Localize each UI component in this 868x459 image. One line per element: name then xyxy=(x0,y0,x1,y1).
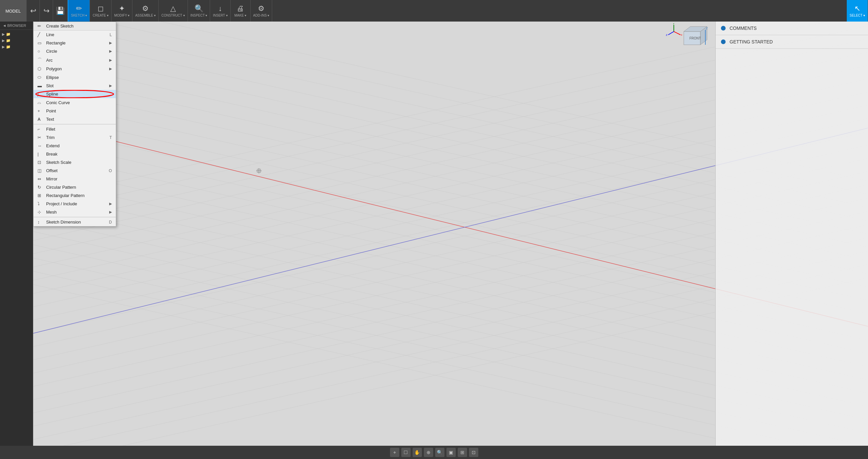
trim-icon: ✂ xyxy=(37,135,44,140)
menu-item-arc[interactable]: ⌒ Arc ▶ xyxy=(33,55,116,65)
menu-item-rectangular-pattern[interactable]: ⊞ Rectangular Pattern xyxy=(33,191,116,200)
line-icon: ╱ xyxy=(37,32,44,37)
sidebar-tree-item-3[interactable]: ▶ 📁 xyxy=(0,44,33,50)
menu-item-text[interactable]: A Text xyxy=(33,115,116,123)
toolbar-assemble[interactable]: ⚙ ASSEMBLE xyxy=(132,0,159,22)
circle-arrow: ▶ xyxy=(109,49,112,54)
menu-item-point[interactable]: + Point xyxy=(33,107,116,115)
create-icon: ◻ xyxy=(98,4,103,13)
menu-item-offset[interactable]: ◫ Offset O xyxy=(33,166,116,175)
bt-zoom-custom[interactable]: 🔍 xyxy=(435,448,444,457)
mode-button[interactable]: MODEL xyxy=(0,0,27,22)
menu-item-extend[interactable]: ↔ Extend xyxy=(33,142,116,150)
menu-item-line[interactable]: ╱ Line L xyxy=(33,31,116,39)
menu-item-ellipse[interactable]: ⬭ Ellipse xyxy=(33,73,116,81)
bt-frame[interactable]: ☐ xyxy=(401,448,411,457)
toolbar-construct[interactable]: △ CONSTRUCT xyxy=(159,0,188,22)
menu-item-spline[interactable]: ∫ Spline xyxy=(33,90,116,98)
comments-item[interactable]: COMMENTS xyxy=(716,22,868,35)
main-toolbar: MODEL ↩ ↪ 💾 ✏ SKETCH ◻ CREATE ✦ MODIFY ⚙… xyxy=(0,0,868,22)
menu-item-break[interactable]: | Break xyxy=(33,150,116,158)
modify-icon: ✦ xyxy=(119,4,125,13)
create-sketch-icon: ✏ xyxy=(37,24,44,29)
toolbar-save[interactable]: 💾 xyxy=(53,0,68,22)
offset-label: Offset xyxy=(46,168,57,173)
menu-item-slot[interactable]: ▬ Slot ▶ xyxy=(33,81,116,90)
menu-item-circle[interactable]: ○ Circle ▶ xyxy=(33,47,116,55)
toolbar-create[interactable]: ◻ CREATE xyxy=(90,0,112,22)
mesh-arrow: ▶ xyxy=(109,210,112,214)
toolbar-forward[interactable]: ↪ xyxy=(40,0,53,22)
project-include-arrow: ▶ xyxy=(109,202,112,206)
folder-icon-2: 📁 xyxy=(6,38,11,43)
svg-text:Y: Y xyxy=(673,23,675,25)
folder-icon: 📁 xyxy=(6,32,11,36)
menu-item-conic-curve[interactable]: ⌓ Conic Curve xyxy=(33,98,116,107)
arc-label: Arc xyxy=(46,58,53,63)
create-label: CREATE xyxy=(93,13,108,17)
separator-2 xyxy=(33,217,116,217)
break-icon: | xyxy=(37,152,44,157)
bt-view2[interactable]: ⊞ xyxy=(458,448,467,457)
menu-item-circular-pattern[interactable]: ↻ Circular Pattern xyxy=(33,183,116,191)
menu-item-create-sketch[interactable]: ✏ Create Sketch xyxy=(33,22,116,31)
bt-crosshair[interactable]: ⌖ xyxy=(390,448,399,457)
toolbar-add-ins[interactable]: ⚙ ADD-INS xyxy=(251,0,273,22)
toolbar-insert[interactable]: ↓ INSERT xyxy=(210,0,230,22)
svg-text:Z: Z xyxy=(706,27,708,30)
bt-view3[interactable]: ⊡ xyxy=(469,448,478,457)
getting-started-item[interactable]: GETTING STARTED xyxy=(716,35,868,49)
insert-label: INSERT xyxy=(213,13,227,17)
toolbar-make[interactable]: 🖨 MAKE xyxy=(231,0,251,22)
fillet-icon: ⌐ xyxy=(37,127,44,132)
sidebar-tree-item[interactable]: ▶ 📁 xyxy=(0,31,33,37)
getting-started-dot xyxy=(721,39,725,44)
bt-zoom-in[interactable]: ⊕ xyxy=(424,448,433,457)
toolbar-sketch[interactable]: ✏ SKETCH xyxy=(68,0,90,22)
sketch-label: SKETCH xyxy=(71,13,87,17)
svg-text:Z: Z xyxy=(666,33,668,36)
insert-icon: ↓ xyxy=(218,4,222,13)
construct-icon: △ xyxy=(170,4,176,13)
menu-item-polygon[interactable]: ⬡ Polygon ▶ xyxy=(33,65,116,73)
mirror-icon: ⇔ xyxy=(37,176,44,182)
toolbar-inspect[interactable]: 🔍 INSPECT xyxy=(188,0,211,22)
ellipse-icon: ⬭ xyxy=(37,75,44,80)
menu-item-sketch-dimension[interactable]: ↕ Sketch Dimension D xyxy=(33,218,116,226)
polygon-arrow: ▶ xyxy=(109,67,112,71)
left-sidebar: ◄ BROWSER ▶ 📁 ▶ 📁 ▶ 📁 xyxy=(0,22,33,446)
trim-label: Trim xyxy=(46,135,55,140)
bt-view1[interactable]: ▣ xyxy=(446,448,456,457)
bt-pan[interactable]: ✋ xyxy=(412,448,422,457)
make-icon: 🖨 xyxy=(237,4,244,13)
break-label: Break xyxy=(46,152,57,157)
circular-pattern-label: Circular Pattern xyxy=(46,185,76,190)
mesh-label: Mesh xyxy=(46,209,57,215)
forward-icon: ↪ xyxy=(43,7,50,15)
mirror-label: Mirror xyxy=(46,176,57,182)
toolbar-back[interactable]: ↩ xyxy=(27,0,40,22)
browser-header[interactable]: ◄ BROWSER xyxy=(0,22,33,30)
slot-icon: ▬ xyxy=(37,83,44,88)
offset-icon: ◫ xyxy=(37,168,44,173)
menu-item-project-include[interactable]: ⤵ Project / Include ▶ xyxy=(33,200,116,208)
nav-cube-svg: FRONT Z xyxy=(682,25,709,52)
assemble-label: ASSEMBLE xyxy=(135,13,156,17)
menu-item-sketch-scale[interactable]: ⊡ Sketch Scale xyxy=(33,158,116,166)
comments-label: COMMENTS xyxy=(730,26,757,31)
menu-item-trim[interactable]: ✂ Trim T xyxy=(33,133,116,142)
arc-icon: ⌒ xyxy=(37,57,44,63)
getting-started-label: GETTING STARTED xyxy=(730,39,773,44)
toolbar-modify[interactable]: ✦ MODIFY xyxy=(112,0,133,22)
toolbar-select[interactable]: ↖ SELECT xyxy=(847,0,868,22)
menu-item-rectangle[interactable]: ▭ Rectangle ▶ xyxy=(33,39,116,47)
nav-cube[interactable]: FRONT Z xyxy=(682,25,709,52)
menu-item-fillet[interactable]: ⌐ Fillet xyxy=(33,125,116,133)
sidebar-tree-item-2[interactable]: ▶ 📁 xyxy=(0,37,33,44)
mode-label: MODEL xyxy=(5,9,21,13)
rectangle-arrow: ▶ xyxy=(109,41,112,45)
menu-item-mesh[interactable]: ⊹ Mesh ▶ xyxy=(33,208,116,216)
sketch-scale-label: Sketch Scale xyxy=(46,160,71,165)
create-sketch-label: Create Sketch xyxy=(46,24,73,29)
menu-item-mirror[interactable]: ⇔ Mirror xyxy=(33,175,116,183)
